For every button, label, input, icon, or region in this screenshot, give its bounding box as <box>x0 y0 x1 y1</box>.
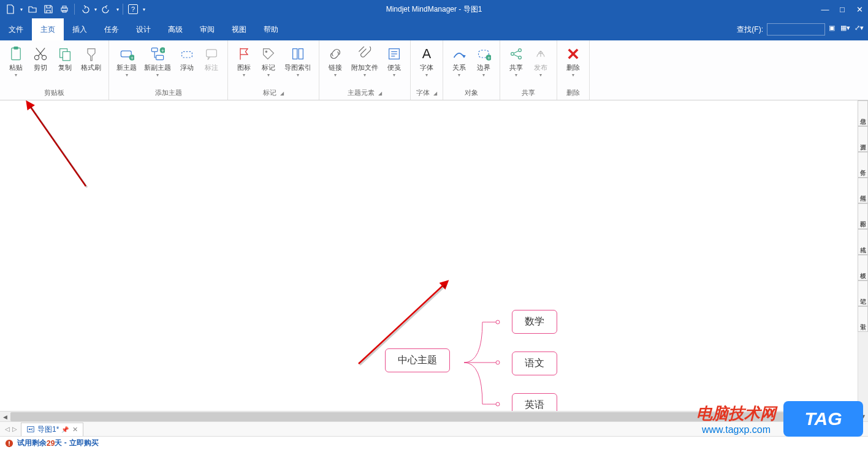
quick-access-toolbar: ▾ ▾ ▾ ? ▾ <box>0 0 147 18</box>
relation-button[interactable]: 关系▾ <box>447 43 471 87</box>
sidepanel-tab-7[interactable]: 笔记 <box>858 280 868 306</box>
child-node-2[interactable]: 语文 <box>512 352 557 375</box>
svg-text:+: + <box>487 55 490 61</box>
close-button[interactable]: ✕ <box>851 0 868 18</box>
ribbon-button-label: 链接 <box>329 64 342 72</box>
maximize-button[interactable]: □ <box>834 0 851 18</box>
tab-home[interactable]: 主页 <box>32 18 64 40</box>
chevron-down-icon[interactable]: ▾ <box>539 72 542 78</box>
document-tab[interactable]: 导图1* 📌 ✕ <box>21 423 83 436</box>
search-box: 查找(F): <box>737 23 825 36</box>
search-label: 查找(F): <box>737 24 763 35</box>
chevron-down-icon[interactable]: ▾ <box>393 72 395 78</box>
search-input[interactable] <box>767 23 825 36</box>
sidepanel-tab-1[interactable]: 资源 <box>858 126 868 152</box>
open-file-icon[interactable] <box>25 1 40 17</box>
ribbon-group-2: 图标▾标记▾导图索引▾标记 <box>228 40 319 100</box>
tab-next-icon[interactable]: ▷ <box>11 424 18 435</box>
undo-icon[interactable] <box>77 1 93 17</box>
flag-button[interactable]: 图标▾ <box>232 43 256 87</box>
tab-file[interactable]: 文件 <box>0 18 32 40</box>
new-file-dropdown[interactable]: ▾ <box>18 1 25 17</box>
tab-advanced[interactable]: 高级 <box>159 18 191 40</box>
scroll-left-icon[interactable]: ◀ <box>0 412 10 421</box>
undo-dropdown[interactable]: ▾ <box>93 1 99 17</box>
svg-text:A: A <box>422 47 432 61</box>
chevron-down-icon[interactable]: ▾ <box>15 72 17 78</box>
newtopic-button[interactable]: +新主题▾ <box>113 43 140 87</box>
font-button[interactable]: A字体▾ <box>414 43 439 87</box>
central-topic-node[interactable]: 中心主题 <box>385 348 450 372</box>
chevron-down-icon[interactable]: ▾ <box>156 72 159 78</box>
tag-button[interactable]: 标记▾ <box>256 43 281 87</box>
boundary-button[interactable]: +边界▾ <box>471 43 496 87</box>
tab-review[interactable]: 审阅 <box>191 18 223 40</box>
float-button[interactable]: 浮动 <box>175 43 199 87</box>
chevron-down-icon[interactable]: ▾ <box>126 72 128 78</box>
chevron-down-icon[interactable]: ▾ <box>482 72 485 78</box>
qat-separator <box>74 4 75 15</box>
sidepanel-tab-5[interactable]: 格式 <box>858 229 868 255</box>
svg-rect-10 <box>63 51 70 60</box>
tab-pin-icon[interactable]: 📌 <box>61 426 69 433</box>
new-file-icon[interactable] <box>2 1 18 17</box>
ribbon-button-label: 关系 <box>452 64 466 72</box>
ribbon-group-3: 链接▾附加文件▾便笺▾主题元素 <box>319 40 411 100</box>
minimize-button[interactable]: — <box>817 0 834 18</box>
chevron-down-icon[interactable]: ▾ <box>458 72 460 78</box>
callout-button[interactable]: 标注 <box>199 43 224 87</box>
attach-button[interactable]: 附加文件▾ <box>348 43 382 87</box>
sidepanel-tab-8[interactable]: 索引 <box>858 306 868 332</box>
chevron-down-icon[interactable]: ▾ <box>243 72 245 78</box>
newsubtopic-button[interactable]: +新副主题▾ <box>140 43 175 87</box>
tab-design[interactable]: 设计 <box>128 18 159 40</box>
note-button[interactable]: 便笺▾ <box>382 43 406 87</box>
tab-insert[interactable]: 插入 <box>64 18 96 40</box>
tab-view[interactable]: 视图 <box>223 18 255 40</box>
delete-button[interactable]: 删除▾ <box>561 43 585 87</box>
buy-now-link[interactable]: 立即购买 <box>69 438 99 448</box>
copy-button[interactable]: 复制 <box>53 43 77 87</box>
sidepanel-tab-4[interactable]: 图标 <box>858 203 868 229</box>
float-icon <box>180 47 194 61</box>
sidepanel-tab-3[interactable]: 属性 <box>858 178 868 203</box>
chevron-down-icon[interactable]: ▾ <box>425 72 428 78</box>
chevron-down-icon[interactable]: ▾ <box>297 72 299 78</box>
index-button[interactable]: 导图索引▾ <box>281 43 315 87</box>
cut-button[interactable]: 剪切 <box>28 43 53 87</box>
tab-help[interactable]: 帮助 <box>255 18 287 40</box>
publish-button[interactable]: 发布▾ <box>528 43 553 87</box>
chevron-down-icon[interactable]: ▾ <box>572 72 574 78</box>
tab-close-icon[interactable]: ✕ <box>72 426 78 434</box>
ribbon-fullscreen-icon[interactable]: ⤢▾ <box>853 22 864 33</box>
chevron-down-icon[interactable]: ▾ <box>267 72 270 78</box>
svg-rect-21 <box>293 49 297 59</box>
sidepanel-tab-0[interactable]: 信息 <box>858 100 868 126</box>
link-button[interactable]: 链接▾ <box>323 43 348 87</box>
redo-icon[interactable] <box>99 1 115 17</box>
redo-dropdown[interactable]: ▾ <box>115 1 121 17</box>
paste-button[interactable]: 粘贴▾ <box>4 43 28 87</box>
share-button[interactable]: 共享▾ <box>504 43 528 87</box>
trial-days: 29 <box>47 439 55 448</box>
ribbon-view-icon[interactable]: ▦▾ <box>840 22 851 33</box>
tab-task[interactable]: 任务 <box>96 18 128 40</box>
ribbon-collapse-icon[interactable]: ▣ <box>826 22 837 33</box>
ribbon-button-label: 粘贴 <box>9 64 23 72</box>
qat-separator <box>123 4 123 15</box>
child-node-1[interactable]: 数学 <box>512 310 557 334</box>
svg-rect-18 <box>182 51 192 58</box>
sidepanel-tab-6[interactable]: 模板 <box>858 255 868 280</box>
chevron-down-icon[interactable]: ▾ <box>515 72 517 78</box>
mindmap-canvas[interactable]: 中心主题 数学 语文 英语 ▲ ▼ ◀ ▶ <box>0 100 868 421</box>
print-icon[interactable] <box>56 1 72 17</box>
chevron-down-icon[interactable]: ▾ <box>364 72 366 78</box>
ribbon-group-0: 粘贴▾剪切复制格式刷剪贴板 <box>0 40 109 100</box>
formatpainter-button[interactable]: 格式刷 <box>77 43 105 87</box>
sidepanel-tab-2[interactable]: 任务 <box>858 152 868 178</box>
chevron-down-icon[interactable]: ▾ <box>334 72 337 78</box>
tab-prev-icon[interactable]: ◁ <box>4 424 11 435</box>
help-icon[interactable]: ? <box>125 1 141 17</box>
help-dropdown[interactable]: ▾ <box>141 1 147 17</box>
save-icon[interactable] <box>40 1 56 17</box>
